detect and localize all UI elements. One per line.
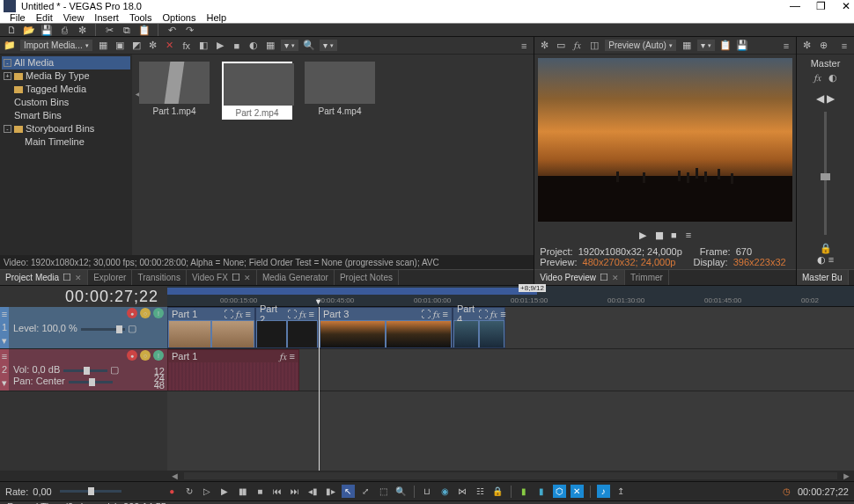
search-icon[interactable]: 🔍: [303, 40, 315, 52]
solo-icon[interactable]: !: [153, 308, 164, 318]
gear-icon[interactable]: ✼: [800, 40, 813, 52]
video-preview[interactable]: [538, 58, 792, 222]
crop-icon[interactable]: ⛶: [287, 309, 297, 320]
panel-menu-icon[interactable]: ≡: [780, 40, 792, 52]
menu-options[interactable]: Options: [158, 12, 201, 23]
current-timecode[interactable]: 00:00:27;22: [0, 288, 167, 306]
auto-ripple-button[interactable]: ◉: [438, 485, 452, 498]
stop-icon[interactable]: ■: [231, 40, 243, 52]
quantize-button[interactable]: ☷: [474, 485, 487, 498]
loop-button[interactable]: ↻: [183, 485, 196, 498]
audio-lane[interactable]: Part 1𝑓𝑥≡: [167, 349, 854, 391]
grid-icon[interactable]: ▦: [681, 40, 693, 52]
upload-button[interactable]: ↥: [615, 485, 628, 498]
properties-icon[interactable]: ✼: [76, 24, 88, 36]
mute-icon[interactable]: ○: [140, 350, 151, 361]
tree-item[interactable]: Main Timeline: [2, 135, 130, 149]
views-icon[interactable]: ▦: [264, 40, 276, 52]
render-icon[interactable]: ⎙: [58, 24, 70, 36]
play-button[interactable]: ▶: [218, 485, 232, 498]
pan-slider[interactable]: [69, 381, 113, 383]
go-start-button[interactable]: ⏮: [271, 485, 284, 498]
select-icon[interactable]: ◩: [130, 40, 143, 52]
tab-media-generator[interactable]: Media Generator: [257, 270, 335, 285]
paste-icon[interactable]: 📋: [138, 24, 151, 36]
copy-icon[interactable]: ⧉: [121, 24, 133, 36]
position-timecode[interactable]: 00:00:27;22: [798, 486, 849, 497]
menu-icon[interactable]: ≡: [309, 309, 314, 320]
fx-icon[interactable]: 𝑓𝑥: [280, 351, 287, 362]
menu-icon[interactable]: ≡: [246, 309, 251, 320]
crop-icon[interactable]: ⛶: [224, 309, 233, 320]
menu-icon[interactable]: ≡: [290, 351, 295, 362]
close-button[interactable]: ✕: [842, 0, 850, 12]
scroll-left-icon[interactable]: ◄: [167, 471, 182, 481]
cut-icon[interactable]: ✂: [103, 24, 115, 36]
menu-view[interactable]: View: [59, 12, 89, 23]
folder-icon[interactable]: 📁: [4, 40, 16, 52]
search-toggle[interactable]: ▾: [281, 40, 298, 51]
redo-icon[interactable]: ↷: [183, 24, 195, 36]
media-thumb[interactable]: Part 2.mp4: [222, 62, 292, 120]
stop-button[interactable]: ■: [254, 485, 267, 498]
region-button[interactable]: ▮: [535, 485, 548, 498]
fx-icon[interactable]: fx: [180, 40, 193, 52]
pause-button[interactable]: ▮▮: [655, 230, 662, 241]
media-tree[interactable]: -All Media+Media By TypeTagged MediaCust…: [0, 55, 132, 255]
media-thumbs[interactable]: ◄ Part 1.mp4Part 2.mp4Part 4.mp4: [132, 55, 534, 255]
capture-icon[interactable]: ▦: [97, 40, 109, 52]
next-frame-button[interactable]: ▮▸: [324, 485, 337, 498]
video-clip[interactable]: Part 2⛶𝑓𝑥≡: [255, 307, 319, 348]
play-icon[interactable]: ▶: [214, 40, 226, 52]
snap-button[interactable]: ⊔: [421, 485, 434, 498]
snapshot-icon[interactable]: 📋: [719, 40, 732, 52]
media-thumb[interactable]: Part 4.mp4: [305, 62, 375, 116]
tab-project-media[interactable]: Project Media ☐ ✕: [0, 270, 88, 285]
fx-icon[interactable]: 𝑓𝑥: [299, 309, 306, 320]
tab-transitions[interactable]: Transitions: [132, 270, 187, 285]
play-start-button[interactable]: ▷: [201, 485, 214, 498]
video-fx-icon[interactable]: 𝑓𝑥: [571, 40, 584, 52]
video-clip[interactable]: Part 3⛶𝑓𝑥≡: [319, 307, 453, 348]
maximize-button[interactable]: ❐: [816, 0, 826, 12]
close-tab-icon[interactable]: ✕: [244, 274, 251, 282]
fx-icon[interactable]: 𝑓𝑥: [433, 309, 440, 320]
autopreview-icon[interactable]: ◐: [247, 40, 260, 52]
save-icon[interactable]: 💾: [40, 24, 53, 36]
preview-props-icon[interactable]: ✼: [538, 40, 550, 52]
new-icon[interactable]: 🗋: [5, 24, 18, 36]
pin-icon[interactable]: ☐: [232, 272, 240, 283]
tree-item[interactable]: Tagged Media: [2, 83, 130, 96]
mono-icon[interactable]: ≡: [828, 254, 834, 265]
video-lane[interactable]: Part 1⛶𝑓𝑥≡Part 2⛶𝑓𝑥≡Part 3⛶𝑓𝑥≡Part 4⛶𝑓𝑥≡: [167, 307, 854, 349]
lock-button[interactable]: 🔒: [491, 485, 504, 498]
ruler-marker[interactable]: +8;9/12: [519, 284, 546, 292]
panel-menu-icon[interactable]: ≡: [518, 40, 530, 52]
playhead[interactable]: [319, 307, 320, 471]
music-button[interactable]: ♪: [597, 485, 610, 498]
remove-icon[interactable]: ✕: [164, 40, 176, 52]
fx-icon[interactable]: 𝑓𝑥: [236, 309, 243, 320]
menu-icon[interactable]: ≡: [500, 309, 505, 320]
master-mute-icon[interactable]: ◐: [827, 71, 839, 84]
video-track-header[interactable]: ≡1▾ ●○! Level: 100,0 % ▢: [0, 307, 167, 349]
go-end-button[interactable]: ⏭: [289, 485, 302, 498]
open-icon[interactable]: 📂: [23, 24, 35, 36]
pause-button[interactable]: ▮▮: [236, 485, 249, 498]
stop-button[interactable]: ■: [671, 230, 677, 240]
close-tab-icon[interactable]: ✕: [75, 274, 82, 282]
audio-clip[interactable]: Part 1𝑓𝑥≡: [167, 349, 299, 391]
tree-item[interactable]: -Storyboard Bins: [2, 122, 130, 135]
tree-item[interactable]: Custom Bins: [2, 96, 130, 109]
record-button[interactable]: ●: [166, 485, 179, 498]
mute-icon[interactable]: ○: [140, 308, 151, 318]
tree-item[interactable]: Smart Bins: [2, 109, 130, 122]
fx-icon[interactable]: 𝑓𝑥: [490, 309, 497, 320]
master-fx-icon[interactable]: 𝑓𝑥: [812, 71, 824, 84]
media-thumb[interactable]: Part 1.mp4: [139, 62, 210, 116]
loop-region[interactable]: [167, 288, 537, 295]
menu-file[interactable]: File: [5, 12, 30, 23]
menu-insert[interactable]: Insert: [90, 12, 123, 23]
envelope-tool[interactable]: ⤢: [359, 485, 372, 498]
vol-slider[interactable]: [63, 369, 107, 372]
